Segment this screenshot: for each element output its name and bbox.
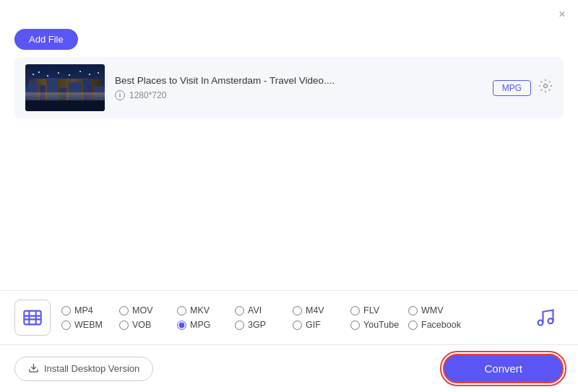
format-option-wmv[interactable]: WMV: [408, 305, 466, 315]
music-icon[interactable]: [527, 300, 564, 336]
format-radio-facebook[interactable]: [408, 321, 418, 330]
format-radio-gif[interactable]: [293, 321, 302, 330]
format-option-3gp[interactable]: 3GP: [235, 320, 293, 330]
format-option-vob[interactable]: VOB: [119, 320, 177, 330]
app-window: × Add File: [0, 0, 578, 392]
download-icon: [28, 362, 39, 375]
install-desktop-button[interactable]: Install Desktop Version: [14, 357, 153, 381]
format-option-mkv[interactable]: MKV: [177, 305, 235, 315]
format-radio-mkv[interactable]: [177, 306, 186, 315]
file-thumbnail: [25, 64, 105, 111]
format-radio-avi[interactable]: [235, 306, 244, 315]
bottom-bar: Install Desktop Version Convert: [0, 344, 578, 392]
svg-rect-1: [24, 311, 40, 325]
file-resolution: 1280*720: [129, 90, 166, 100]
file-actions: MPG: [493, 79, 553, 97]
format-option-flv[interactable]: FLV: [350, 305, 408, 315]
settings-icon[interactable]: [538, 79, 553, 97]
video-format-icon[interactable]: [14, 300, 51, 336]
file-info: Best Places to Visit In Amsterdam - Trav…: [115, 75, 483, 100]
format-option-webm[interactable]: WEBM: [61, 320, 119, 330]
convert-button[interactable]: Convert: [443, 354, 564, 383]
format-radio-youtube[interactable]: [350, 321, 360, 330]
format-option-avi[interactable]: AVI: [235, 305, 293, 315]
format-radio-wmv[interactable]: [408, 306, 418, 315]
format-radio-mpg[interactable]: [177, 321, 186, 330]
svg-point-0: [544, 84, 548, 88]
format-badge[interactable]: MPG: [493, 80, 531, 96]
format-radio-webm[interactable]: [61, 321, 71, 330]
format-radio-flv[interactable]: [350, 306, 360, 315]
format-radio-m4v[interactable]: [293, 306, 302, 315]
svg-point-3: [548, 318, 553, 323]
format-option-youtube[interactable]: YouTube: [350, 320, 408, 330]
title-bar: ×: [0, 0, 578, 29]
svg-point-2: [538, 321, 543, 326]
add-file-button[interactable]: Add File: [14, 29, 78, 50]
file-list: Best Places to Visit In Amsterdam - Trav…: [0, 57, 578, 290]
format-radio-3gp[interactable]: [235, 321, 244, 330]
format-radio-mp4[interactable]: [61, 306, 71, 315]
format-option-gif[interactable]: GIF: [293, 320, 350, 330]
format-option-mpg[interactable]: MPG: [177, 320, 235, 330]
format-option-mp4[interactable]: MP4: [61, 305, 119, 315]
file-item: Best Places to Visit In Amsterdam - Trav…: [14, 57, 564, 118]
close-button[interactable]: ×: [555, 7, 569, 22]
format-radio-mov[interactable]: [119, 306, 129, 315]
install-button-label: Install Desktop Version: [44, 363, 139, 374]
format-selector: MP4 MOV MKV AVI M4V: [0, 290, 578, 344]
format-radio-vob[interactable]: [119, 321, 129, 330]
info-icon: i: [115, 90, 125, 100]
format-option-m4v[interactable]: M4V: [293, 305, 350, 315]
file-name: Best Places to Visit In Amsterdam - Trav…: [115, 75, 483, 86]
format-option-mov[interactable]: MOV: [119, 305, 177, 315]
file-meta: i 1280*720: [115, 90, 483, 100]
toolbar: Add File: [0, 29, 578, 57]
format-option-facebook[interactable]: Facebook: [408, 320, 466, 330]
